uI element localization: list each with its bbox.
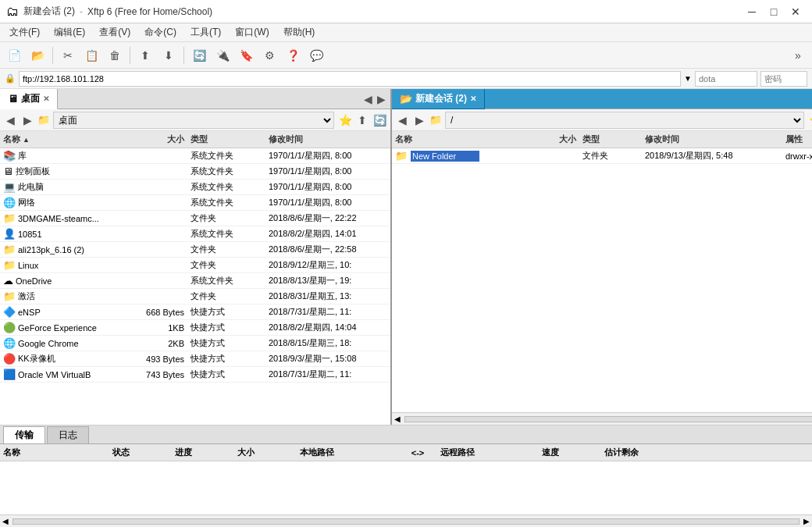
- toolbar-msg[interactable]: 💬: [305, 45, 327, 66]
- toolbar-delete[interactable]: 🗑: [104, 45, 126, 66]
- left-forward-btn[interactable]: ▶: [20, 114, 34, 126]
- bottom-hscroll-left[interactable]: ◀: [0, 517, 11, 525]
- left-file-row[interactable]: 📁 激活 文件夹 2018/8/31/星期五, 13:: [0, 289, 390, 304]
- file-name-text: Google Chrome: [18, 339, 79, 348]
- menu-help[interactable]: 帮助(H): [277, 24, 322, 41]
- right-file-row[interactable]: 📁 文件夹 2018/9/13/星期四, 5:48 drwxr-xr: [392, 148, 812, 164]
- transfer-col-local[interactable]: 本地路径: [297, 447, 398, 458]
- toolbar-help[interactable]: ❓: [282, 45, 304, 66]
- close-button[interactable]: ✕: [785, 4, 806, 20]
- toolbar-download[interactable]: ⬇: [158, 45, 180, 66]
- left-file-row[interactable]: 🌐 网络 系统文件夹 1970/1/1/星期四, 8:00: [0, 195, 390, 211]
- minimize-button[interactable]: ─: [742, 4, 762, 20]
- left-file-row[interactable]: 👤 10851 系统文件夹 2018/8/2/星期四, 14:01: [0, 226, 390, 242]
- toolbar-new[interactable]: 📄: [3, 45, 25, 66]
- maximize-button[interactable]: □: [764, 4, 784, 20]
- menu-tools[interactable]: 工具(T): [184, 24, 227, 41]
- left-refresh-btn[interactable]: 🔄: [372, 114, 387, 126]
- toolbar-upload[interactable]: ⬆: [134, 45, 156, 66]
- left-file-name: 📁 3DMGAME-steamc...: [0, 212, 125, 224]
- right-forward-btn[interactable]: ▶: [412, 114, 426, 126]
- left-file-row[interactable]: 🔷 eNSP 668 Bytes 快捷方式 2018/7/31/星期二, 11:: [0, 304, 390, 320]
- toolbar-bookmark[interactable]: 🔖: [235, 45, 257, 66]
- right-path-select[interactable]: /: [445, 112, 804, 129]
- right-hscroll[interactable]: ◀ ▶: [392, 412, 812, 425]
- left-arrow-next[interactable]: ▶: [376, 93, 387, 105]
- right-header-size[interactable]: 大小: [532, 134, 579, 145]
- toolbar-connect[interactable]: 🔌: [212, 45, 233, 66]
- right-header-type[interactable]: 类型: [579, 134, 642, 145]
- left-path-select[interactable]: 桌面: [53, 112, 334, 129]
- toolbar-cut[interactable]: ✂: [57, 45, 79, 66]
- host-input[interactable]: [695, 71, 757, 87]
- left-file-row[interactable]: 🖥 控制面板 系统文件夹 1970/1/1/星期四, 8:00: [0, 164, 390, 180]
- left-bookmark-btn[interactable]: ⭐: [337, 114, 353, 126]
- transfer-tab-files[interactable]: 传输: [3, 426, 45, 443]
- bottom-hscroll-track: [12, 518, 800, 525]
- left-file-row[interactable]: 🟢 GeForce Experience 1KB 快捷方式 2018/8/2/星…: [0, 320, 390, 336]
- right-header-attr[interactable]: 属性: [782, 134, 812, 145]
- titlebar-left: 🗂 新建会话 (2) - Xftp 6 (Free for Home/Schoo…: [6, 5, 212, 19]
- left-file-row[interactable]: 💻 此电脑 系统文件夹 1970/1/1/星期四, 8:00: [0, 180, 390, 195]
- transfer-list: [0, 461, 812, 508]
- left-file-row[interactable]: 🔴 KK录像机 493 Bytes 快捷方式 2018/9/3/星期一, 15:…: [0, 351, 390, 367]
- password-input[interactable]: [760, 71, 807, 87]
- dropdown-arrow[interactable]: ▼: [684, 74, 692, 83]
- toolbar-more[interactable]: »: [787, 45, 809, 66]
- left-file-row[interactable]: 📁 3DMGAME-steamc... 文件夹 2018/8/6/星期一, 22…: [0, 211, 390, 226]
- left-header-name[interactable]: 名称 ▲: [0, 134, 125, 145]
- left-parent-btn[interactable]: ⬆: [354, 114, 370, 126]
- left-file-row[interactable]: 🌐 Google Chrome 2KB 快捷方式 2018/8/15/星期三, …: [0, 336, 390, 351]
- left-col-headers: 名称 ▲ 大小 类型 修改时间: [0, 131, 390, 148]
- hscroll-left[interactable]: ◀: [392, 415, 403, 423]
- url-input[interactable]: [19, 71, 681, 87]
- left-arrow-prev[interactable]: ◀: [362, 93, 374, 105]
- file-rename-input[interactable]: [410, 150, 480, 162]
- left-file-row[interactable]: 📁 Linux 文件夹 2018/9/12/星期三, 10:: [0, 258, 390, 273]
- menu-file[interactable]: 文件(F): [3, 24, 46, 41]
- left-file-date: 2018/7/31/星期二, 11:: [265, 369, 390, 380]
- left-tab-desktop[interactable]: 🖥 桌面 ✕: [0, 89, 58, 109]
- left-header-date[interactable]: 修改时间: [265, 134, 390, 145]
- right-back-btn[interactable]: ◀: [395, 114, 409, 126]
- right-header-name[interactable]: 名称: [392, 134, 532, 145]
- left-file-date: 1970/1/1/星期四, 8:00: [265, 150, 390, 162]
- right-file-list: 📁 文件夹 2018/9/13/星期四, 5:48 drwxr-xr: [392, 148, 812, 412]
- left-file-row[interactable]: ☁ OneDrive 系统文件夹 2018/8/13/星期一, 19:: [0, 273, 390, 289]
- bottom-hscroll[interactable]: ◀ ▶: [0, 515, 812, 527]
- left-file-row[interactable]: 🟦 Oracle VM VirtualB 743 Bytes 快捷方式 2018…: [0, 367, 390, 383]
- transfer-col-speed[interactable]: 速度: [539, 447, 601, 458]
- transfer-col-remote[interactable]: 远程路径: [437, 447, 539, 458]
- menu-view[interactable]: 查看(V): [93, 24, 137, 41]
- transfer-col-name[interactable]: 名称: [0, 447, 109, 458]
- transfer-tab-log[interactable]: 日志: [47, 426, 89, 443]
- toolbar-refresh[interactable]: 🔄: [188, 45, 210, 66]
- transfer-col-progress[interactable]: 进度: [172, 447, 234, 458]
- left-file-row[interactable]: 📚 库 系统文件夹 1970/1/1/星期四, 8:00: [0, 148, 390, 164]
- left-file-size: 2KB: [125, 339, 187, 348]
- right-bookmark-btn[interactable]: ⭐: [807, 114, 812, 126]
- menu-edit[interactable]: 编辑(E): [48, 24, 91, 41]
- right-header-date[interactable]: 修改时间: [642, 134, 782, 145]
- transfer-col-size[interactable]: 大小: [234, 447, 297, 458]
- hscroll-track: [404, 416, 812, 422]
- left-back-btn[interactable]: ◀: [3, 114, 17, 126]
- left-file-row[interactable]: 📁 ali213pk_6.16 (2) 文件夹 2018/8/6/星期一, 22…: [0, 242, 390, 258]
- toolbar-sep2: [130, 47, 130, 64]
- left-file-size: 493 Bytes: [125, 354, 187, 364]
- toolbar-open[interactable]: 📂: [27, 45, 48, 66]
- file-name-text: Linux: [18, 261, 38, 270]
- transfer-col-status[interactable]: 状态: [109, 447, 172, 458]
- menu-window[interactable]: 窗口(W): [229, 24, 275, 41]
- left-header-type[interactable]: 类型: [187, 134, 265, 145]
- left-tab-close[interactable]: ✕: [43, 94, 49, 103]
- right-tab-session[interactable]: 📂 新建会话 (2) ✕: [392, 89, 485, 109]
- menu-command[interactable]: 命令(C): [138, 24, 183, 41]
- right-tab-close[interactable]: ✕: [470, 94, 476, 103]
- toolbar-copy[interactable]: 📋: [80, 45, 102, 66]
- left-header-size[interactable]: 大小: [125, 134, 187, 145]
- left-file-type: 文件夹: [187, 259, 265, 271]
- bottom-hscroll-right[interactable]: ▶: [801, 517, 812, 525]
- transfer-col-remain[interactable]: 估计剩余: [601, 447, 664, 458]
- toolbar-settings[interactable]: ⚙: [258, 45, 280, 66]
